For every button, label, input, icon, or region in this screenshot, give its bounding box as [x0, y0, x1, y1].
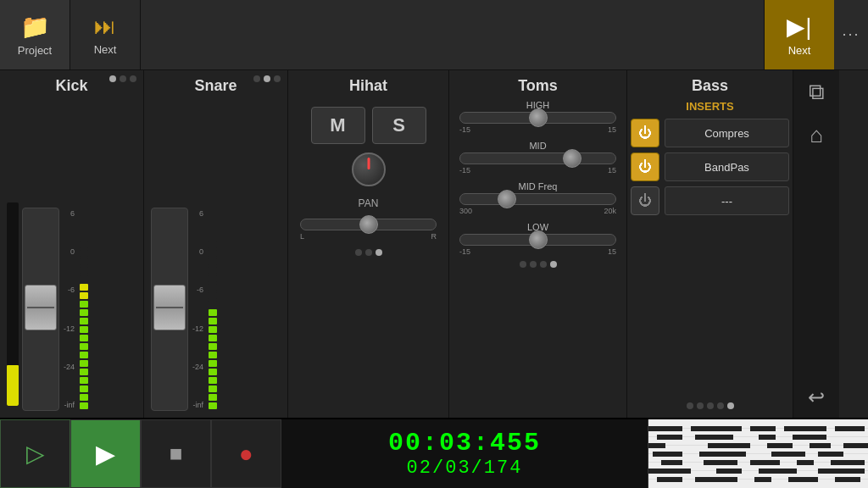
pan-label-area: PAN [300, 195, 437, 210]
svg-rect-38 [788, 477, 818, 482]
toolbar-spacer [141, 0, 764, 69]
channel-bass: Bass INSERTS ⏻ Compres ⏻ BandPas ⏻ --- [627, 70, 793, 418]
toms-low-slider[interactable] [459, 234, 616, 246]
sidebar-right: ⧉ ⌂ ↩ [793, 70, 839, 418]
hihat-controls: M S PAN L R [292, 103, 445, 244]
insert-name-3[interactable]: --- [665, 186, 789, 215]
pan-knob[interactable] [352, 152, 386, 186]
piano-roll-preview[interactable] [648, 419, 868, 488]
transport-bar: ▷ ▶ ■ ● 00:03:455 02/03/174 [0, 418, 868, 488]
svg-rect-35 [657, 477, 682, 482]
svg-rect-28 [750, 460, 780, 465]
insert-name-1[interactable]: Compres [665, 119, 789, 147]
stop-button[interactable]: ■ [141, 419, 211, 488]
toms-mid-slider[interactable] [459, 152, 616, 164]
next-left-button[interactable]: ⏭ Next [70, 0, 141, 69]
kick-inner: 6 0 -6 -12 -24 -inf [3, 97, 106, 414]
toms-mid-thumb[interactable] [563, 149, 581, 168]
play-button[interactable]: ▶ [70, 419, 141, 488]
window-icon[interactable]: ⧉ [809, 79, 825, 105]
piano-roll-svg [648, 419, 868, 488]
insert-name-2[interactable]: BandPas [665, 152, 789, 181]
svg-rect-22 [653, 452, 682, 457]
svg-rect-3 [648, 445, 868, 446]
svg-rect-15 [759, 435, 776, 440]
svg-rect-25 [818, 452, 843, 457]
kick-title: Kick [0, 77, 143, 95]
channel-hihat: Hihat M S PAN [288, 70, 449, 418]
bass-dots [683, 397, 737, 414]
record-icon: ● [239, 441, 253, 468]
snare-fader-thumb[interactable] [153, 285, 186, 330]
toms-mid-group: MID -15 15 [459, 141, 616, 175]
svg-rect-19 [767, 443, 793, 448]
svg-rect-33 [759, 469, 797, 474]
toms-midfreq-labels: 300 20k [459, 207, 616, 215]
svg-rect-16 [793, 435, 826, 440]
home-icon[interactable]: ⌂ [810, 122, 823, 148]
rewind-icon: ▷ [26, 440, 45, 468]
toms-mid-label: MID [459, 141, 616, 151]
svg-rect-39 [835, 477, 860, 482]
channel-toms: Toms HIGH -15 15 MID -15 [449, 70, 627, 418]
toolbar-left: 📁 Project ⏭ Next [0, 0, 764, 69]
svg-rect-32 [716, 469, 742, 474]
svg-rect-9 [691, 426, 742, 431]
svg-rect-18 [708, 443, 750, 448]
record-button[interactable]: ● [211, 419, 281, 488]
svg-rect-34 [818, 469, 865, 474]
svg-rect-30 [831, 460, 865, 465]
insert-power-2[interactable]: ⏻ [631, 152, 659, 181]
rewind-button[interactable]: ▷ [0, 419, 70, 488]
next-left-label: Next [94, 43, 117, 56]
toms-high-group: HIGH -15 15 [459, 100, 616, 134]
pan-slider[interactable] [300, 219, 437, 230]
insert-row-2: ⏻ BandPas [631, 150, 789, 184]
pan-slider-thumb[interactable] [359, 215, 378, 234]
toms-mid-max: 15 [608, 166, 616, 175]
kick-mini-meter [7, 202, 19, 406]
kick-fader-group: 6 0 -6 -12 -24 -inf [22, 208, 75, 411]
toms-low-max: 15 [608, 247, 616, 256]
toms-midfreq-slider[interactable] [459, 193, 616, 205]
next-right-button[interactable]: ▶| Next [764, 0, 834, 69]
solo-button[interactable]: S [372, 107, 426, 144]
pan-label: PAN [359, 197, 379, 209]
toms-high-thumb[interactable] [529, 108, 548, 127]
kick-vu-meter [78, 208, 90, 411]
kick-fader-scale: 6 0 -6 -12 -24 -inf [61, 208, 75, 411]
svg-rect-26 [661, 460, 682, 465]
hihat-dots [352, 244, 386, 261]
insert-power-3[interactable]: ⏻ [631, 186, 659, 215]
svg-rect-36 [695, 477, 737, 482]
insert-power-1[interactable]: ⏻ [631, 119, 659, 147]
snare-title: Snare [144, 77, 287, 95]
toolbar-menu-button[interactable]: ⋮ [834, 0, 868, 69]
mute-button[interactable]: M [311, 107, 365, 144]
svg-rect-14 [695, 435, 733, 440]
snare-fader-track[interactable] [151, 208, 188, 411]
kick-fader-thumb[interactable] [25, 285, 57, 330]
toms-low-thumb[interactable] [529, 230, 548, 249]
svg-rect-17 [648, 443, 665, 448]
toms-midfreq-max: 20k [604, 207, 616, 215]
back-icon[interactable]: ↩ [808, 385, 825, 409]
project-button[interactable]: 📁 Project [0, 0, 70, 69]
snare-inner: 6 0 -6 -12 -24 -inf [147, 97, 250, 414]
svg-rect-13 [657, 435, 682, 440]
toms-high-slider[interactable] [459, 112, 616, 124]
next-left-icon: ⏭ [94, 14, 116, 40]
svg-rect-12 [835, 426, 865, 431]
toms-low-group: LOW -15 15 [459, 222, 616, 256]
inserts-label: INSERTS [686, 100, 733, 113]
svg-rect-8 [648, 426, 682, 431]
toms-midfreq-min: 300 [459, 207, 472, 215]
svg-rect-37 [754, 477, 771, 482]
time-primary: 00:03:455 [388, 429, 541, 458]
toms-midfreq-group: MID Freq 300 20k [459, 181, 616, 215]
kick-fader-track[interactable] [22, 208, 59, 411]
stop-icon: ■ [170, 441, 183, 467]
toms-midfreq-thumb[interactable] [498, 190, 516, 208]
toms-low-min: -15 [459, 247, 470, 256]
toms-controls: HIGH -15 15 MID -15 15 [453, 100, 623, 256]
